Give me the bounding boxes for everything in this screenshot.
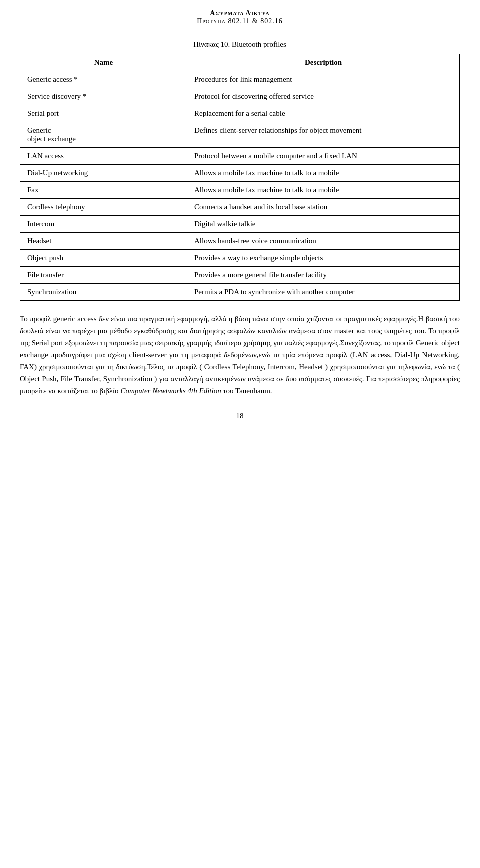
cell-description: Defines client-server relationships for … bbox=[188, 122, 460, 148]
cell-name: Generic object exchange bbox=[20, 122, 188, 148]
header-line2: Πρότυπα 802.11 & 802.16 bbox=[20, 17, 460, 25]
col-header-name: Name bbox=[20, 54, 188, 71]
ref-lan-access: LAN access, Dial-Up Networking, FAX bbox=[20, 351, 460, 371]
cell-description: Digital walkie talkie bbox=[188, 216, 460, 233]
cell-name: Intercom bbox=[20, 216, 188, 233]
cell-name: LAN access bbox=[20, 148, 188, 165]
table-row: Object pushProvides a way to exchange si… bbox=[20, 250, 460, 267]
table-row: IntercomDigital walkie talkie bbox=[20, 216, 460, 233]
body-text: Το προφίλ generic access δεν είναι πια π… bbox=[20, 313, 460, 397]
table-row: Generic object exchangeDefines client-se… bbox=[20, 122, 460, 148]
table-row: SynchronizationPermits a PDA to synchron… bbox=[20, 284, 460, 301]
table-row: HeadsetAllows hands-free voice communica… bbox=[20, 233, 460, 250]
cell-name: Generic access * bbox=[20, 71, 188, 88]
ref-book: Computer Newtworks 4th Edition bbox=[120, 387, 221, 395]
ref-generic-access: generic access bbox=[54, 315, 97, 323]
cell-description: Allows a mobile fax machine to talk to a… bbox=[188, 182, 460, 199]
cell-name: Service discovery * bbox=[20, 88, 188, 105]
table-row: LAN accessProtocol between a mobile comp… bbox=[20, 148, 460, 165]
table-row: Service discovery *Protocol for discover… bbox=[20, 88, 460, 105]
cell-description: Procedures for link management bbox=[188, 71, 460, 88]
body-paragraph: Το προφίλ generic access δεν είναι πια π… bbox=[20, 313, 460, 397]
cell-description: Protocol between a mobile computer and a… bbox=[188, 148, 460, 165]
cell-name: Fax bbox=[20, 182, 188, 199]
table-caption: Πίνακας 10. Bluetooth profiles bbox=[20, 40, 460, 49]
cell-description: Allows a mobile fax machine to talk to a… bbox=[188, 165, 460, 182]
cell-name: File transfer bbox=[20, 267, 188, 284]
page-header: Ασύρματα Δίκτυα Πρότυπα 802.11 & 802.16 bbox=[20, 9, 460, 25]
table-row: Cordless telephonyConnects a handset and… bbox=[20, 199, 460, 216]
cell-description: Permits a PDA to synchronize with anothe… bbox=[188, 284, 460, 301]
ref-serial-port: Serial port bbox=[32, 339, 64, 347]
cell-name: Cordless telephony bbox=[20, 199, 188, 216]
col-header-description: Description bbox=[188, 54, 460, 71]
cell-description: Allows hands-free voice communication bbox=[188, 233, 460, 250]
header-line1: Ασύρματα Δίκτυα bbox=[20, 9, 460, 17]
cell-description: Replacement for a serial cable bbox=[188, 105, 460, 122]
table-row: Dial-Up networkingAllows a mobile fax ma… bbox=[20, 165, 460, 182]
table-row: File transferProvides a more general fil… bbox=[20, 267, 460, 284]
table-row: Serial portReplacement for a serial cabl… bbox=[20, 105, 460, 122]
cell-description: Provides a way to exchange simple object… bbox=[188, 250, 460, 267]
table-row: Generic access *Procedures for link mana… bbox=[20, 71, 460, 88]
cell-name: Dial-Up networking bbox=[20, 165, 188, 182]
cell-description: Connects a handset and its local base st… bbox=[188, 199, 460, 216]
cell-name: Headset bbox=[20, 233, 188, 250]
cell-name: Synchronization bbox=[20, 284, 188, 301]
cell-name: Object push bbox=[20, 250, 188, 267]
page-number: 18 bbox=[20, 412, 460, 420]
cell-description: Protocol for discovering offered service bbox=[188, 88, 460, 105]
cell-name: Serial port bbox=[20, 105, 188, 122]
table-row: FaxAllows a mobile fax machine to talk t… bbox=[20, 182, 460, 199]
bluetooth-profiles-table: Name Description Generic access *Procedu… bbox=[20, 54, 460, 301]
cell-description: Provides a more general file transfer fa… bbox=[188, 267, 460, 284]
